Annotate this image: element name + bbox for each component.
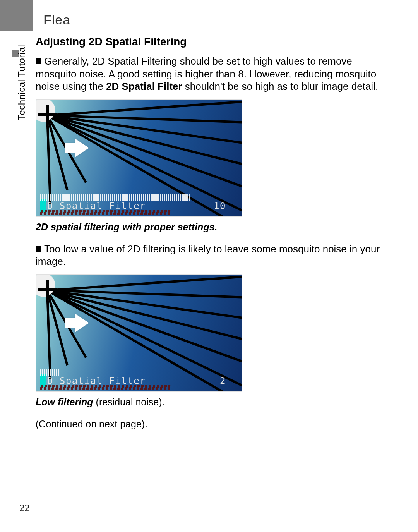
osd-lower-ticks: [40, 210, 171, 215]
figure-low-filtering: 2D Spatial Filter 2: [36, 274, 242, 392]
figure2-caption-strong: Low filtering: [36, 396, 93, 407]
continued-note: (Continued on next page).: [36, 419, 380, 430]
osd-slider-scale: [40, 369, 60, 376]
bullet-icon: [36, 246, 41, 252]
chapter-tab: [0, 0, 33, 31]
osd-bar: 2D Spatial Filter 2: [40, 369, 238, 386]
test-pattern-line: [47, 99, 242, 117]
figure1-caption: 2D spatial filtering with proper setting…: [36, 221, 380, 233]
test-pattern-line: [47, 274, 242, 292]
page-number: 22: [19, 503, 30, 513]
sidebar-section-label: Technical Tutorial: [16, 45, 27, 120]
osd-bar: 2D Spatial Filter 10: [40, 194, 238, 211]
paragraph-low-value: Too low a value of 2D filtering is likel…: [36, 243, 380, 268]
crosshair-icon: [38, 280, 57, 299]
para1-strong-term: 2D Spatial Filter: [106, 81, 182, 92]
header-divider: [0, 31, 418, 31]
osd-value: 2: [220, 376, 226, 386]
osd-lower-ticks: [40, 385, 171, 390]
figure1-caption-text: 2D spatial filtering with proper setting…: [36, 221, 218, 232]
page-content: Adjusting 2D Spatial Filtering Generally…: [36, 36, 380, 439]
para2-text: Too low a value of 2D filtering is likel…: [36, 243, 380, 268]
para1-text-trailing: shouldn't be so high as to blur image de…: [182, 81, 379, 92]
figure2-caption: Low filtering (residual noise).: [36, 396, 380, 408]
arrow-right-icon: [75, 139, 89, 157]
paragraph-intro: Generally, 2D Spatial Filtering should b…: [36, 55, 380, 93]
manual-page: Flea Technical Tutorial Adjusting 2D Spa…: [0, 0, 418, 532]
figure2-caption-rest: (residual noise).: [93, 396, 165, 407]
osd-slider-scale: [40, 194, 190, 201]
crosshair-icon: [38, 105, 57, 124]
bullet-icon: [36, 58, 41, 64]
section-heading: Adjusting 2D Spatial Filtering: [36, 36, 380, 48]
osd-value: 10: [214, 201, 226, 211]
chapter-title: Flea: [43, 12, 70, 27]
arrow-right-icon: [75, 314, 89, 332]
figure-proper-filtering: 2D Spatial Filter 10: [36, 99, 242, 217]
